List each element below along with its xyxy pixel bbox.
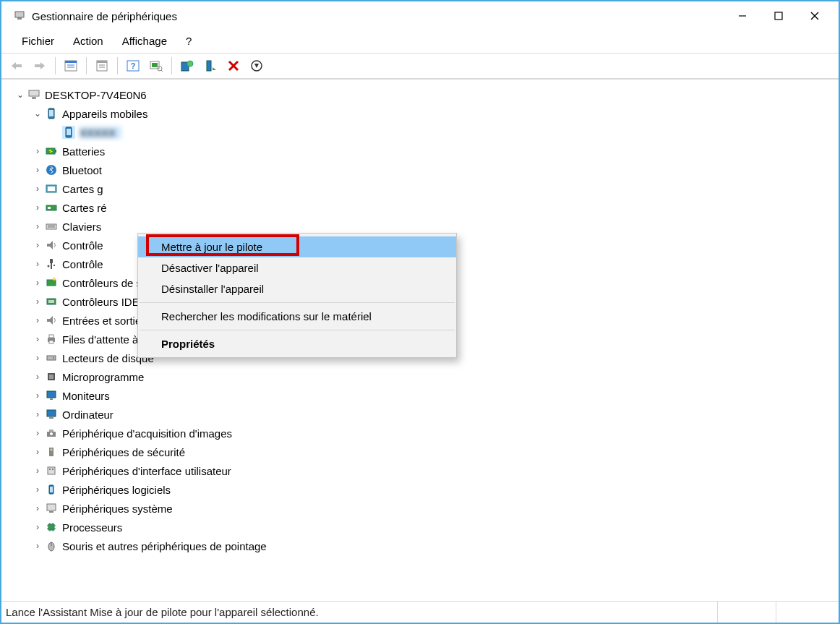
svg-marker-31 [254,64,259,68]
forward-button[interactable] [30,56,49,75]
svg-rect-38 [46,148,55,154]
expand-icon[interactable]: › [32,466,43,476]
expand-icon[interactable]: › [32,146,43,156]
close-button[interactable] [797,1,833,30]
tree-processors[interactable]: ›Processeurs [32,518,839,537]
tree-graphics-cards[interactable]: ›Cartes g [32,179,839,198]
svg-point-55 [53,278,56,281]
svg-point-71 [50,432,53,435]
expand-icon[interactable]: › [32,428,43,438]
tree-batteries[interactable]: ›Batteries [32,142,839,161]
uninstall-device-button[interactable] [201,56,220,75]
expand-icon[interactable]: › [32,315,43,325]
display-adapter-icon [45,182,58,195]
context-uninstall-device[interactable]: Désinstaller l'appareil [138,278,456,299]
svg-point-63 [53,357,54,359]
minimize-button[interactable] [724,1,760,30]
tree-system-devices[interactable]: ›Périphériques système [32,499,839,518]
expand-icon[interactable]: › [32,202,43,213]
expand-icon[interactable]: › [32,278,43,288]
tree-root[interactable]: ⌄ DESKTOP-7V4E0N6 [14,85,839,104]
svg-rect-11 [65,61,77,63]
maximize-button[interactable] [760,1,797,30]
svg-marker-27 [213,67,216,70]
tree-monitors[interactable]: ›Moniteurs [32,386,839,405]
tree-security-devices[interactable]: ›Périphériques de sécurité [32,443,839,461]
svg-rect-62 [47,356,56,360]
svg-rect-7 [16,64,22,67]
expand-icon[interactable]: › [32,447,43,457]
menu-view[interactable]: Affichage [115,33,174,48]
expand-icon[interactable]: › [32,165,43,175]
phone-icon [62,126,75,139]
help-button[interactable]: ? [124,56,142,75]
expand-icon[interactable]: › [32,541,43,551]
tree-mice[interactable]: ›Souris et autres périphériques de point… [32,537,839,555]
properties-button[interactable] [93,56,111,75]
svg-rect-75 [48,467,55,474]
collapse-icon[interactable]: ⌄ [14,90,26,100]
tree-software-devices[interactable]: ›Périphériques logiciels [32,480,839,499]
tree-imaging-devices[interactable]: ›Périphérique d'acquisition d'images [32,424,839,443]
svg-rect-77 [52,469,53,470]
scan-hardware-button[interactable] [147,56,166,75]
ide-controller-icon [45,295,58,308]
update-driver-button[interactable] [178,56,197,75]
tree-mobile-device-item[interactable]: XXXXX [49,123,839,142]
menu-file[interactable]: Fichier [14,33,61,48]
disable-device-button[interactable] [224,56,243,75]
expand-icon[interactable]: › [32,522,43,532]
expand-icon[interactable]: › [32,484,43,495]
window-controls [724,1,833,30]
context-scan-hardware[interactable]: Rechercher les modifications sur le maté… [138,306,456,327]
tree-mobile-devices[interactable]: ⌄ Appareils mobiles [32,104,839,123]
processor-icon [45,521,58,534]
expand-icon[interactable]: › [32,353,43,363]
svg-rect-32 [29,90,39,96]
svg-rect-76 [49,469,51,470]
tree-network-cards[interactable]: ›Cartes ré [32,198,839,217]
show-hide-tree-button[interactable] [61,56,80,75]
expand-icon[interactable]: › [32,221,43,231]
tree-hid-devices[interactable]: ›Périphériques d'interface utilisateur [32,461,839,480]
window: Gestionnaire de périphériques Fichier Ac… [0,0,840,624]
svg-rect-72 [49,429,53,432]
download-button[interactable] [247,56,266,75]
expand-icon[interactable]: › [32,240,43,250]
svg-rect-45 [48,207,51,209]
context-disable-device[interactable]: Désactiver l'appareil [138,257,456,278]
hid-icon [45,464,58,477]
context-separator [140,330,455,330]
tree-bluetooth[interactable]: ›Bluetoot [32,161,839,179]
expand-icon[interactable]: › [32,409,43,419]
expand-icon[interactable]: › [32,372,43,382]
svg-rect-79 [50,487,53,492]
svg-rect-81 [49,511,53,513]
collapse-icon[interactable]: ⌄ [32,108,43,119]
svg-text:?: ? [131,61,136,70]
tree-computer[interactable]: ›Ordinateur [32,405,839,424]
expand-icon[interactable]: › [32,390,43,401]
tree-firmware[interactable]: ›Microprogramme [32,367,839,386]
svg-marker-6 [12,62,16,69]
context-menu: Mettre à jour le pilote Désactiver l'app… [137,233,457,358]
expand-icon[interactable]: › [32,184,43,194]
back-button[interactable] [7,56,26,75]
svg-rect-69 [49,417,53,419]
context-update-driver[interactable]: Mettre à jour le pilote [138,236,456,257]
expand-icon[interactable]: › [32,334,43,344]
svg-rect-33 [32,97,36,99]
svg-marker-8 [40,62,45,69]
svg-rect-35 [49,110,53,116]
svg-rect-1 [17,17,22,20]
menu-action[interactable]: Action [66,33,111,48]
expand-icon[interactable]: › [32,296,43,307]
expand-icon[interactable]: › [32,503,43,513]
svg-rect-37 [67,129,71,135]
menu-help[interactable]: ? [179,33,199,48]
menubar: Fichier Action Affichage ? [1,30,839,53]
usb-controller-icon [45,257,58,270]
context-properties[interactable]: Propriétés [138,333,456,354]
svg-rect-43 [48,187,55,191]
expand-icon[interactable]: › [32,259,43,269]
